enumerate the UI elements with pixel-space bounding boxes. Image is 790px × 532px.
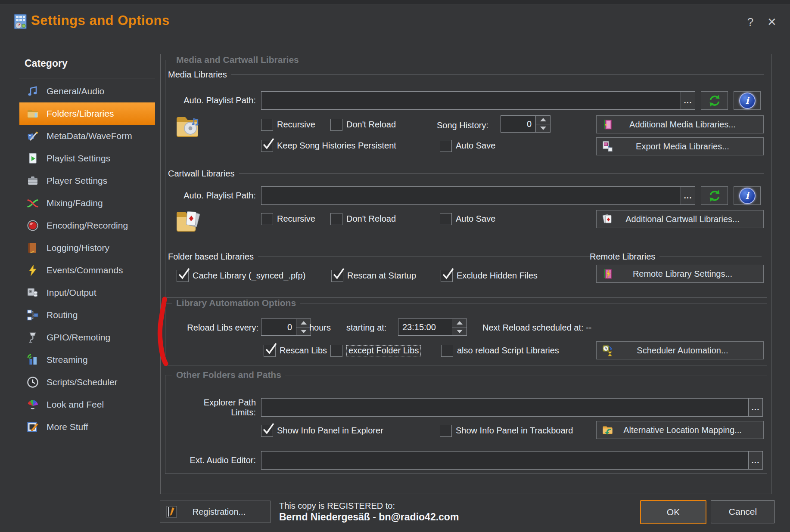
- checkbox-box[interactable]: [440, 140, 452, 152]
- checkbox-label[interactable]: Show Info Panel in Trackboard: [456, 426, 573, 436]
- checkbox-keep-song-histories[interactable]: Keep Song Histories Persistent: [261, 140, 396, 152]
- sidebar-item-input-output[interactable]: Input/Output: [19, 281, 155, 304]
- checkbox-label[interactable]: Rescan Libs: [280, 346, 327, 356]
- media-path-refresh-button[interactable]: [701, 91, 728, 110]
- sidebar-item-metadata-waveform[interactable]: MetaData/WaveForm: [19, 125, 155, 147]
- checkbox-label[interactable]: Recursive: [277, 214, 315, 224]
- checkbox-label[interactable]: Rescan at Startup: [347, 271, 416, 281]
- sidebar-item-streaming[interactable]: Streaming: [19, 349, 155, 371]
- remote-library-settings-button[interactable]: Remote Library Settings...: [596, 265, 764, 283]
- start-time-spinner[interactable]: 23:15:00: [398, 319, 467, 336]
- ext-audio-editor-browse-button[interactable]: ...: [749, 451, 763, 470]
- ext-audio-editor-input[interactable]: [261, 451, 749, 470]
- sidebar-item-playlist-settings[interactable]: Playlist Settings: [19, 147, 155, 170]
- ok-button[interactable]: OK: [640, 500, 706, 524]
- explorer-path-limits-input[interactable]: [261, 398, 749, 417]
- checkbox-label[interactable]: Auto Save: [456, 141, 495, 151]
- cancel-button[interactable]: Cancel: [711, 500, 775, 523]
- checkbox-media-dont-reload[interactable]: Don't Reload: [330, 119, 396, 131]
- export-media-libraries-button[interactable]: Export Media Libraries...: [596, 137, 764, 155]
- checkbox-box[interactable]: [330, 345, 342, 357]
- checkbox-box[interactable]: [441, 345, 453, 357]
- sidebar-item-mixing-fading[interactable]: Mixing/Fading: [19, 192, 155, 214]
- sidebar-item-player-settings[interactable]: Player Settings: [19, 170, 155, 192]
- checkbox-label[interactable]: Don't Reload: [346, 120, 396, 130]
- checkbox-box[interactable]: [440, 425, 452, 437]
- sidebar-item-scripts-scheduler[interactable]: Scripts/Scheduler: [19, 371, 155, 393]
- sidebar-item-more-stuff[interactable]: More Stuff: [19, 416, 155, 438]
- sidebar-item-gpio-remoting[interactable]: GPIO/Remoting: [19, 326, 155, 349]
- checkbox-show-info-panel-explorer[interactable]: Show Info Panel in Explorer: [261, 425, 383, 437]
- media-libraries-subheader: Media Libraries: [168, 70, 764, 80]
- sidebar-item-encoding-recording[interactable]: Encoding/Recording: [19, 214, 155, 237]
- sidebar-item-logging-history[interactable]: Logging/History: [19, 237, 155, 259]
- spinner-arrows[interactable]: [536, 115, 551, 133]
- checkbox-box[interactable]: [331, 270, 343, 282]
- sidebar-item-general-audio[interactable]: General/Audio: [19, 80, 155, 102]
- alternative-location-mapping-button[interactable]: Alternative Location Mapping...: [596, 421, 764, 439]
- registration-button[interactable]: Registration...: [160, 501, 271, 523]
- checkbox-cartwall-dont-reload[interactable]: Don't Reload: [330, 213, 396, 225]
- sidebar-item-folders-libraries[interactable]: Folders/Libraries: [19, 102, 155, 125]
- sidebar-item-look-and-feel[interactable]: Look and Feel: [19, 393, 155, 416]
- help-button[interactable]: ?: [742, 15, 759, 29]
- checkbox-label[interactable]: Recursive: [277, 120, 315, 130]
- reload-hours-spinner[interactable]: 0: [261, 319, 311, 336]
- media-path-info-button[interactable]: i: [734, 91, 761, 110]
- checkbox-box[interactable]: [440, 213, 452, 225]
- spin-down-icon[interactable]: [296, 328, 311, 336]
- song-history-spinner[interactable]: 0: [501, 115, 551, 133]
- checkbox-label[interactable]: Cache Library (_synced_.pfp): [193, 271, 305, 281]
- cartwall-path-refresh-button[interactable]: [701, 186, 728, 205]
- checkbox-label[interactable]: Show Info Panel in Explorer: [277, 426, 383, 436]
- checkbox-label[interactable]: Keep Song Histories Persistent: [277, 141, 396, 151]
- checkbox-rescan-libs[interactable]: Rescan Libs: [264, 345, 327, 357]
- close-button[interactable]: ✕: [763, 15, 781, 29]
- sidebar-item-routing[interactable]: Routing: [19, 304, 155, 326]
- spin-down-icon[interactable]: [452, 328, 467, 336]
- start-time-value[interactable]: 23:15:00: [398, 319, 452, 336]
- spin-up-icon[interactable]: [536, 116, 550, 124]
- checkbox-box[interactable]: [261, 119, 273, 131]
- checkbox-label[interactable]: Exclude Hidden Files: [457, 271, 538, 281]
- spin-down-icon[interactable]: [536, 124, 550, 133]
- scheduler-automation-button[interactable]: Scheduler Automation...: [596, 341, 764, 359]
- checkbox-box[interactable]: [330, 213, 342, 225]
- checkbox-box[interactable]: [330, 119, 342, 131]
- checkbox-cache-library[interactable]: Cache Library (_synced_.pfp): [177, 270, 305, 282]
- checkbox-box[interactable]: [441, 270, 453, 282]
- spinner-arrows[interactable]: [296, 319, 311, 336]
- song-history-value[interactable]: 0: [501, 115, 536, 133]
- media-playlist-path-input[interactable]: [261, 91, 681, 110]
- spinner-arrows[interactable]: [452, 319, 467, 336]
- explorer-path-browse-button[interactable]: ...: [749, 398, 763, 417]
- spin-up-icon[interactable]: [452, 319, 467, 328]
- checkbox-box[interactable]: [177, 270, 189, 282]
- checkbox-exclude-hidden-files[interactable]: Exclude Hidden Files: [441, 270, 538, 282]
- checkbox-box[interactable]: [261, 213, 273, 225]
- additional-media-libraries-button[interactable]: Additional Media Libraries...: [596, 115, 764, 133]
- checkbox-rescan-at-startup[interactable]: Rescan at Startup: [331, 270, 416, 282]
- spin-up-icon[interactable]: [296, 319, 311, 328]
- checkbox-label[interactable]: also reload Script Libraries: [457, 346, 559, 356]
- cartwall-path-info-button[interactable]: i: [734, 186, 761, 205]
- checkbox-show-info-panel-trackboard[interactable]: Show Info Panel in Trackboard: [440, 425, 573, 437]
- checkbox-media-auto-save[interactable]: Auto Save: [440, 140, 495, 152]
- checkbox-cartwall-auto-save[interactable]: Auto Save: [440, 213, 495, 225]
- cartwall-playlist-path-input[interactable]: [261, 186, 681, 205]
- checkbox-cartwall-recursive[interactable]: Recursive: [261, 213, 315, 225]
- checkbox-except-folder-libs[interactable]: except Folder Libs: [330, 345, 421, 357]
- checkbox-box[interactable]: [264, 345, 276, 357]
- checkbox-media-recursive[interactable]: Recursive: [261, 119, 315, 131]
- additional-cartwall-libraries-button[interactable]: Additional Cartwall Libraries...: [596, 210, 764, 228]
- checkbox-label[interactable]: Don't Reload: [346, 214, 396, 224]
- checkbox-also-reload-script-libraries[interactable]: also reload Script Libraries: [441, 345, 559, 357]
- checkbox-box[interactable]: [261, 140, 273, 152]
- cartwall-path-browse-button[interactable]: ...: [681, 186, 695, 205]
- media-path-browse-button[interactable]: ...: [681, 91, 695, 110]
- sidebar-item-events-commands[interactable]: Events/Commands: [19, 259, 155, 281]
- checkbox-label-focused[interactable]: except Folder Libs: [346, 345, 421, 356]
- checkbox-box[interactable]: [261, 425, 273, 437]
- checkbox-label[interactable]: Auto Save: [456, 214, 495, 224]
- reload-hours-value[interactable]: 0: [261, 319, 296, 336]
